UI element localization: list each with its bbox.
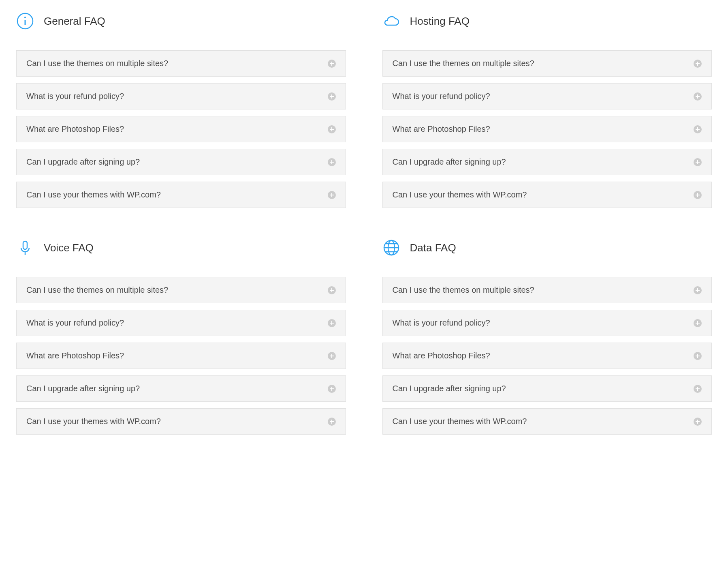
plus-icon — [694, 60, 702, 68]
info-icon — [16, 12, 34, 30]
faq-item[interactable]: What is your refund policy? — [382, 310, 712, 336]
faq-item[interactable]: Can I use your themes with WP.com? — [382, 182, 712, 208]
faq-question: Can I upgrade after signing up? — [26, 384, 140, 393]
plus-icon — [694, 319, 702, 327]
faq-question: What are Photoshop Files? — [26, 124, 124, 134]
plus-icon — [328, 319, 336, 327]
plus-icon — [694, 158, 702, 166]
plus-icon — [694, 385, 702, 393]
svg-point-2 — [24, 17, 26, 18]
faq-item[interactable]: Can I upgrade after signing up? — [16, 149, 346, 175]
faq-grid: General FAQ Can I use the themes on mult… — [16, 12, 712, 441]
faq-question: Can I use the themes on multiple sites? — [393, 285, 534, 295]
plus-icon — [694, 286, 702, 294]
globe-icon — [382, 239, 400, 257]
faq-item[interactable]: What are Photoshop Files? — [16, 116, 346, 142]
faq-question: What is your refund policy? — [26, 318, 124, 328]
plus-icon — [694, 125, 702, 133]
faq-item[interactable]: Can I use your themes with WP.com? — [382, 408, 712, 435]
section-title: Voice FAQ — [44, 242, 94, 254]
section-header: General FAQ — [16, 12, 346, 30]
plus-icon — [328, 352, 336, 360]
section-header: Hosting FAQ — [382, 12, 712, 30]
plus-icon — [328, 158, 336, 166]
faq-question: What is your refund policy? — [393, 92, 490, 101]
faq-question: Can I upgrade after signing up? — [393, 384, 506, 393]
plus-icon — [694, 352, 702, 360]
faq-section-hosting: Hosting FAQ Can I use the themes on mult… — [382, 12, 712, 214]
faq-item[interactable]: Can I use the themes on multiple sites? — [382, 277, 712, 303]
faq-item[interactable]: What are Photoshop Files? — [382, 116, 712, 142]
faq-item[interactable]: What is your refund policy? — [16, 310, 346, 336]
cloud-icon — [382, 12, 400, 30]
faq-question: What are Photoshop Files? — [393, 124, 490, 134]
faq-question: Can I use the themes on multiple sites? — [26, 59, 168, 68]
faq-question: Can I use your themes with WP.com? — [26, 417, 161, 426]
section-title: General FAQ — [44, 15, 105, 28]
faq-question: Can I use the themes on multiple sites? — [393, 59, 534, 68]
plus-icon — [694, 92, 702, 101]
faq-item[interactable]: What are Photoshop Files? — [16, 343, 346, 369]
faq-question: Can I upgrade after signing up? — [393, 157, 506, 167]
faq-question: What are Photoshop Files? — [26, 351, 124, 360]
faq-item[interactable]: Can I use your themes with WP.com? — [16, 408, 346, 435]
section-header: Data FAQ — [382, 239, 712, 257]
faq-item[interactable]: Can I use your themes with WP.com? — [16, 182, 346, 208]
mic-icon — [16, 239, 34, 257]
plus-icon — [328, 60, 336, 68]
svg-rect-3 — [23, 241, 27, 249]
section-header: Voice FAQ — [16, 239, 346, 257]
section-title: Hosting FAQ — [410, 15, 470, 28]
faq-item[interactable]: What is your refund policy? — [16, 83, 346, 109]
faq-question: What is your refund policy? — [26, 92, 124, 101]
faq-question: Can I use your themes with WP.com? — [393, 190, 527, 199]
faq-question: Can I use the themes on multiple sites? — [26, 285, 168, 295]
faq-item[interactable]: Can I use the themes on multiple sites? — [16, 277, 346, 303]
faq-item[interactable]: Can I upgrade after signing up? — [382, 149, 712, 175]
faq-item[interactable]: Can I use the themes on multiple sites? — [382, 50, 712, 77]
faq-question: What is your refund policy? — [393, 318, 490, 328]
faq-section-voice: Voice FAQ Can I use the themes on multip… — [16, 239, 346, 441]
faq-question: Can I upgrade after signing up? — [26, 157, 140, 167]
faq-question: Can I use your themes with WP.com? — [393, 417, 527, 426]
faq-item[interactable]: Can I use the themes on multiple sites? — [16, 50, 346, 77]
plus-icon — [328, 286, 336, 294]
faq-section-general: General FAQ Can I use the themes on mult… — [16, 12, 346, 214]
faq-item[interactable]: Can I upgrade after signing up? — [16, 375, 346, 402]
plus-icon — [328, 125, 336, 133]
plus-icon — [694, 418, 702, 426]
section-title: Data FAQ — [410, 242, 456, 254]
plus-icon — [328, 418, 336, 426]
plus-icon — [328, 191, 336, 199]
faq-question: Can I use your themes with WP.com? — [26, 190, 161, 199]
plus-icon — [328, 92, 336, 101]
faq-item[interactable]: What is your refund policy? — [382, 83, 712, 109]
faq-item[interactable]: Can I upgrade after signing up? — [382, 375, 712, 402]
plus-icon — [694, 191, 702, 199]
faq-item[interactable]: What are Photoshop Files? — [382, 343, 712, 369]
faq-section-data: Data FAQ Can I use the themes on multipl… — [382, 239, 712, 441]
faq-question: What are Photoshop Files? — [393, 351, 490, 360]
plus-icon — [328, 385, 336, 393]
